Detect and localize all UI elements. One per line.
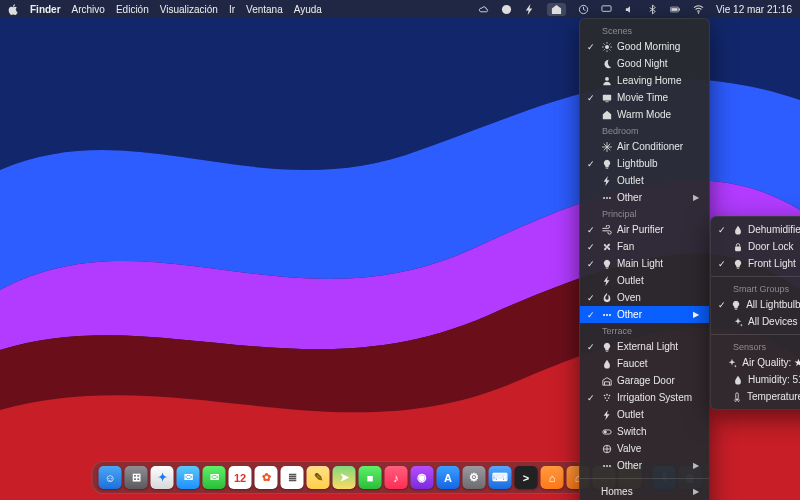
- dock-facetime[interactable]: ■: [359, 466, 382, 489]
- menu-item-label: Outlet: [617, 175, 699, 186]
- submenu-item-front-light[interactable]: ✓Front Light: [711, 255, 800, 272]
- menu-item-other[interactable]: Other▶: [580, 189, 709, 206]
- submenu-group-all-lightbulb-devices[interactable]: ✓All Lightbulb Devices: [711, 296, 800, 313]
- dock-messages[interactable]: ✉: [203, 466, 226, 489]
- status-clock[interactable]: Vie 12 mar 21:16: [716, 4, 792, 15]
- dock-calendar[interactable]: 12: [229, 466, 252, 489]
- menu-item-label: Lightbulb: [617, 158, 699, 169]
- check-icon: ✓: [586, 259, 596, 269]
- menu-item-other[interactable]: Other▶: [580, 457, 709, 474]
- apple-menu-icon[interactable]: [8, 4, 19, 15]
- status-volume-icon[interactable]: [624, 4, 635, 15]
- menu-item-oven[interactable]: ✓Oven: [580, 289, 709, 306]
- menu-item-label: Main Light: [617, 258, 699, 269]
- dots-icon: [601, 460, 612, 471]
- menu-item-homes[interactable]: Homes▶: [580, 483, 709, 500]
- submenu-group-all-devices[interactable]: All Devices: [711, 313, 800, 330]
- menu-item-label: Warm Mode: [617, 109, 699, 120]
- status-spotify-icon[interactable]: [501, 4, 512, 15]
- menubar-item-ayuda[interactable]: Ayuda: [294, 4, 322, 15]
- check-icon: ✓: [586, 242, 596, 252]
- dock-settings[interactable]: ⚙: [463, 466, 486, 489]
- menu-item-label: Dehumidifier: [748, 224, 800, 235]
- sensor-label: Air Quality: ★★★★☆: [742, 357, 800, 368]
- dock-launchpad[interactable]: ⊞: [125, 466, 148, 489]
- menu-item-label: Irrigation System: [617, 392, 699, 403]
- house-icon: [601, 109, 612, 120]
- status-home-icon[interactable]: [547, 3, 566, 16]
- menubar-item-ventana[interactable]: Ventana: [246, 4, 283, 15]
- menu-item-garage-door[interactable]: Garage Door: [580, 372, 709, 389]
- submenu-item-dehumidifier[interactable]: ✓Dehumidifier: [711, 221, 800, 238]
- menu-item-label: Air Conditioner: [617, 141, 699, 152]
- menu-item-main-light[interactable]: ✓Main Light: [580, 255, 709, 272]
- check-icon: ✓: [717, 300, 726, 310]
- drop-icon: [732, 374, 743, 385]
- submenu-item-door-lock[interactable]: Door Lock: [711, 238, 800, 255]
- dock-photos[interactable]: ✿: [255, 466, 278, 489]
- dock-notes[interactable]: ✎: [307, 466, 330, 489]
- svg-point-29: [502, 4, 511, 13]
- dock-mail[interactable]: ✉: [177, 466, 200, 489]
- menu-item-good-morning[interactable]: ✓Good Morning: [580, 38, 709, 55]
- menu-item-label: Switch: [617, 426, 699, 437]
- menu-item-outlet[interactable]: Outlet: [580, 172, 709, 189]
- status-battery-icon[interactable]: [670, 4, 681, 15]
- fan-icon: [601, 241, 612, 252]
- menu-item-other[interactable]: ✓Other▶: [580, 306, 709, 323]
- svg-rect-33: [671, 8, 677, 11]
- dock-terminal[interactable]: >: [515, 466, 538, 489]
- dock-finder[interactable]: ☺: [99, 466, 122, 489]
- dock-appstore[interactable]: A: [437, 466, 460, 489]
- dock-safari[interactable]: ✦: [151, 466, 174, 489]
- menu-item-valve[interactable]: Valve: [580, 440, 709, 457]
- bolt-icon: [601, 175, 612, 186]
- check-icon: ✓: [586, 393, 596, 403]
- menu-item-external-light[interactable]: ✓External Light: [580, 338, 709, 355]
- menu-item-label: Movie Time: [617, 92, 699, 103]
- lock-icon: [732, 241, 743, 252]
- menu-item-warm-mode[interactable]: Warm Mode: [580, 106, 709, 123]
- menu-item-faucet[interactable]: Faucet: [580, 355, 709, 372]
- bulb-icon: [731, 299, 741, 310]
- valve-icon: [601, 443, 612, 454]
- menu-item-leaving-home[interactable]: Leaving Home: [580, 72, 709, 89]
- status-timemachine-icon[interactable]: [578, 4, 589, 15]
- dock-podcasts[interactable]: ◉: [411, 466, 434, 489]
- menu-item-label: Air Purifier: [617, 224, 699, 235]
- check-icon: ✓: [586, 93, 596, 103]
- menu-item-air-conditioner[interactable]: Air Conditioner: [580, 138, 709, 155]
- menu-item-label: Garage Door: [617, 375, 699, 386]
- menubar-app-name[interactable]: Finder: [30, 4, 61, 15]
- menu-item-air-purifier[interactable]: ✓Air Purifier: [580, 221, 709, 238]
- status-bolt-icon[interactable]: [524, 4, 535, 15]
- menubar-item-archivo[interactable]: Archivo: [72, 4, 105, 15]
- menu-item-outlet[interactable]: Outlet: [580, 272, 709, 289]
- menu-item-lightbulb[interactable]: ✓Lightbulb: [580, 155, 709, 172]
- menu-item-good-night[interactable]: Good Night: [580, 55, 709, 72]
- menu-item-label: Faucet: [617, 358, 699, 369]
- sensor-label: Humidity: 51%: [748, 374, 800, 385]
- menubar-item-visualizacion[interactable]: Visualización: [160, 4, 218, 15]
- dock-reminders[interactable]: ≣: [281, 466, 304, 489]
- dock-music[interactable]: ♪: [385, 466, 408, 489]
- menu-item-outlet[interactable]: Outlet: [580, 406, 709, 423]
- status-cloud-icon[interactable]: [478, 4, 489, 15]
- menu-item-switch[interactable]: Switch: [580, 423, 709, 440]
- menu-section-header: Bedroom: [580, 123, 709, 138]
- dock-homecontrol[interactable]: ⌂: [541, 466, 564, 489]
- menubar-item-edicion[interactable]: Edición: [116, 4, 149, 15]
- menu-item-irrigation-system[interactable]: ✓Irrigation System: [580, 389, 709, 406]
- menu-item-label: Fan: [617, 241, 699, 252]
- menu-section-header: Smart Groups: [711, 281, 800, 296]
- svg-rect-31: [602, 5, 611, 11]
- dock-xcode[interactable]: ⌨: [489, 466, 512, 489]
- menu-item-movie-time[interactable]: ✓Movie Time: [580, 89, 709, 106]
- status-wifi-icon[interactable]: [693, 4, 704, 15]
- menubar-item-ir[interactable]: Ir: [229, 4, 235, 15]
- dock-maps[interactable]: ➤: [333, 466, 356, 489]
- menu-item-fan[interactable]: ✓Fan: [580, 238, 709, 255]
- status-bluetooth-icon[interactable]: [647, 4, 658, 15]
- chevron-right-icon: ▶: [693, 193, 699, 202]
- status-display-icon[interactable]: [601, 4, 612, 15]
